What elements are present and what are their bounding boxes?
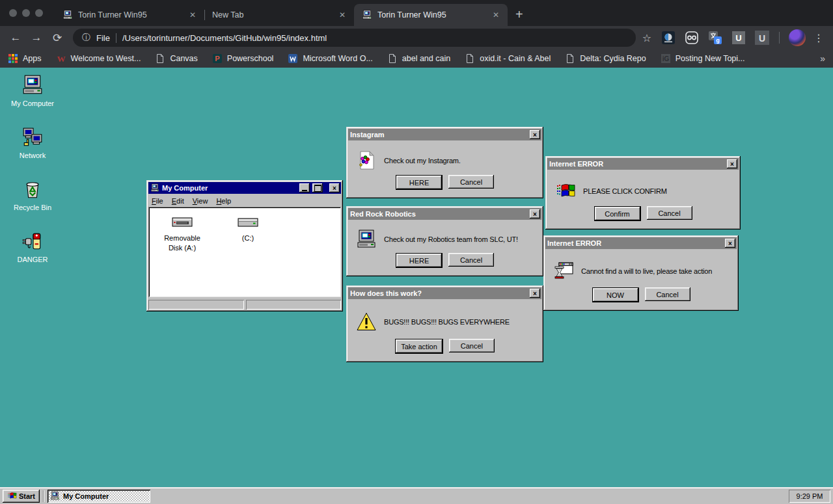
- close-icon[interactable]: ×: [727, 159, 737, 168]
- drive-c-item[interactable]: (C:): [223, 216, 273, 243]
- reload-icon[interactable]: ⟳: [48, 29, 66, 47]
- cancel-button[interactable]: Cancel: [647, 206, 692, 220]
- here-button[interactable]: HERE: [396, 175, 443, 190]
- desktop-icon-network[interactable]: Network: [8, 126, 57, 160]
- desktop-icon-my-computer[interactable]: My Computer: [8, 74, 57, 108]
- task-button-my-computer[interactable]: My Computer: [48, 490, 150, 503]
- bookmark-posting-new-topic[interactable]: Posting New Topi...: [661, 53, 745, 64]
- desktop-icon-danger[interactable]: DANGER: [8, 230, 57, 264]
- traffic-lights: [9, 9, 43, 17]
- maximize-icon[interactable]: [312, 183, 323, 192]
- my-computer-titlebar[interactable]: My Computer ×: [148, 182, 341, 194]
- status-bar: [148, 300, 341, 310]
- bookmark-label: Powerschool: [227, 54, 274, 63]
- new-tab-button[interactable]: +: [508, 7, 530, 26]
- tab-new-tab[interactable]: New Tab ✕: [204, 4, 354, 26]
- dialog-title: Red Rock Robotics: [350, 210, 527, 218]
- drive-a-item[interactable]: Removable Disk (A:): [157, 216, 207, 253]
- powerschool-icon: [212, 53, 223, 64]
- dialog-body: Check out my Robotics team from SLC, UT!: [346, 222, 543, 253]
- close-icon[interactable]: ×: [725, 239, 735, 248]
- tab-close-icon[interactable]: ✕: [491, 10, 501, 20]
- status-panel: [148, 300, 244, 310]
- page-info-icon[interactable]: ⓘ: [82, 32, 90, 44]
- bookmark-canvas[interactable]: Canvas: [155, 53, 197, 64]
- extension-oo-icon[interactable]: [685, 31, 699, 45]
- close-icon[interactable]: ×: [530, 289, 540, 298]
- bookmark-powerschool[interactable]: Powerschool: [212, 53, 274, 64]
- back-icon[interactable]: ←: [7, 29, 25, 47]
- dialog-titlebar[interactable]: Instagram ×: [348, 129, 541, 140]
- my-computer-title-icon: [150, 183, 159, 192]
- bookmark-label: Posting New Topi...: [676, 54, 745, 63]
- menu-help[interactable]: Help: [216, 197, 231, 205]
- dialog-buttons: HERE Cancel: [346, 253, 543, 276]
- bookmark-label: Microsoft Word O...: [303, 54, 372, 63]
- desktop-icon-recycle-bin[interactable]: Recycle Bin: [8, 178, 57, 212]
- menu-edit[interactable]: Edit: [172, 197, 184, 205]
- page-icon: [387, 53, 398, 64]
- confirm-button[interactable]: Confirm: [594, 206, 641, 221]
- hourglass-window-icon: [553, 261, 574, 282]
- cancel-button[interactable]: Cancel: [448, 253, 494, 267]
- recycle-bin-icon: [21, 178, 44, 200]
- extension-u-light-icon[interactable]: [731, 31, 746, 45]
- profile-avatar[interactable]: [789, 29, 806, 46]
- extension-darkreader-icon[interactable]: [661, 31, 676, 45]
- minimize-icon[interactable]: [299, 183, 310, 192]
- tab-title: New Tab: [212, 10, 332, 20]
- bookmark-abel-and-cain[interactable]: abel and cain: [387, 53, 450, 64]
- tab-torin-win95-1[interactable]: Torin Turner Win95 ✕: [55, 4, 204, 26]
- dialog-titlebar[interactable]: How does this work? ×: [348, 287, 541, 299]
- toolbar-divider: [779, 32, 780, 44]
- taskbar-clock[interactable]: 9:29 PM: [789, 490, 830, 503]
- window-close-button[interactable]: [9, 9, 17, 17]
- close-icon[interactable]: ×: [329, 183, 340, 192]
- chrome-menu-icon[interactable]: ⋮: [811, 32, 826, 44]
- close-icon[interactable]: ×: [530, 209, 540, 219]
- tab-close-icon[interactable]: ✕: [187, 10, 198, 20]
- dialog-message: BUGS!!! BUGS!!! BUGS EVERYWHERE: [384, 318, 510, 326]
- start-button[interactable]: Start: [3, 490, 40, 503]
- bookmark-welcome-to-west[interactable]: Welcome to West...: [56, 53, 141, 64]
- computer-icon: [50, 491, 60, 501]
- dialog-title: Instagram: [350, 131, 527, 139]
- bookmark-star-icon[interactable]: ☆: [642, 32, 651, 44]
- dialog-title: Internet ERROR: [549, 160, 724, 168]
- dialog-titlebar[interactable]: Internet ERROR ×: [545, 237, 737, 249]
- here-button[interactable]: HERE: [396, 253, 443, 268]
- url-divider: [116, 33, 116, 43]
- address-bar[interactable]: ⓘ File /Users/torinturner/Documents/GitH…: [73, 29, 636, 47]
- extension-translate-icon[interactable]: [708, 31, 722, 45]
- dialog-message: Check out my Instagram.: [384, 157, 461, 165]
- dialog-titlebar[interactable]: Internet ERROR ×: [547, 158, 739, 170]
- bookmark-delta-cydia[interactable]: Delta: Cydia Repo: [565, 53, 646, 64]
- cancel-button[interactable]: Cancel: [645, 287, 690, 301]
- dialog-instagram: Instagram × Check out my Instagram. HERE…: [346, 127, 543, 198]
- bookmark-word-online[interactable]: Microsoft Word O...: [288, 53, 372, 64]
- menu-file[interactable]: File: [152, 197, 163, 205]
- start-label: Start: [19, 492, 35, 500]
- drive-label: Removable Disk (A:): [157, 233, 207, 253]
- forward-icon[interactable]: →: [27, 29, 46, 47]
- cancel-button[interactable]: Cancel: [449, 339, 495, 352]
- tab-close-icon[interactable]: ✕: [337, 10, 348, 20]
- now-button[interactable]: NOW: [592, 287, 639, 302]
- desktop-icon-label: Network: [20, 152, 46, 160]
- extension-u-dark-icon[interactable]: [755, 31, 769, 45]
- win95-computer-favicon: [62, 10, 73, 20]
- bookmark-oxid-cain-abel[interactable]: oxid.it - Cain & Abel: [465, 53, 551, 64]
- take-action-button[interactable]: Take action: [395, 339, 443, 354]
- tab-title: Torin Turner Win95: [377, 10, 485, 20]
- url-text[interactable]: /Users/torinturner/Documents/GitHub/win9…: [122, 33, 327, 43]
- window-zoom-button[interactable]: [35, 9, 43, 17]
- bookmarks-overflow-icon[interactable]: »: [820, 53, 825, 64]
- apps-shortcut[interactable]: Apps: [8, 53, 42, 64]
- cancel-button[interactable]: Cancel: [448, 175, 494, 189]
- window-minimize-button[interactable]: [22, 9, 30, 17]
- dialog-title: Internet ERROR: [547, 239, 722, 247]
- menu-view[interactable]: View: [193, 197, 208, 205]
- tab-torin-win95-2-active[interactable]: Torin Turner Win95 ✕: [354, 4, 508, 26]
- dialog-titlebar[interactable]: Red Rock Robotics ×: [348, 208, 541, 220]
- close-icon[interactable]: ×: [530, 130, 540, 139]
